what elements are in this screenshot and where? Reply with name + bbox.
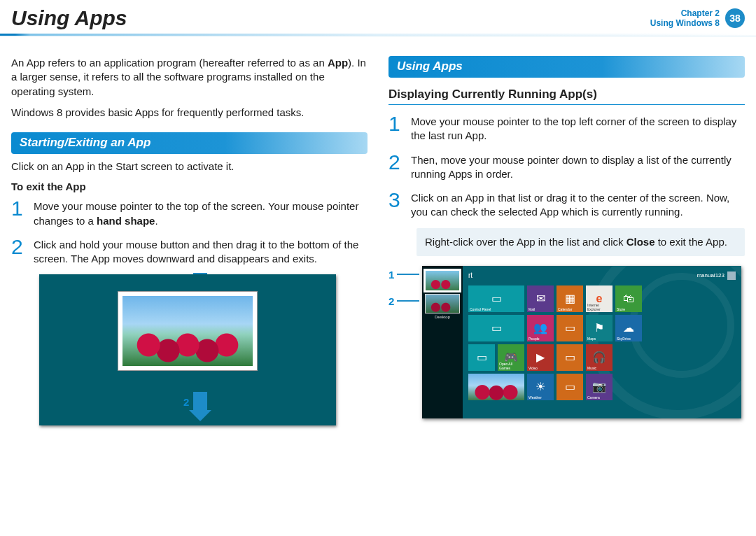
callout-line — [397, 274, 419, 275]
tile-video: ▶Video — [527, 344, 554, 371]
callout-line — [397, 300, 419, 302]
tile-people: 👥People — [527, 315, 554, 341]
section1-paragraph: Click on an App in the Start screen to a… — [11, 160, 368, 174]
page-header: Using Apps Chapter 2 Using Windows 8 38 — [0, 0, 756, 34]
tile: ▭ — [468, 344, 495, 371]
tile-music: 🎧Music — [586, 344, 612, 371]
chapter-info: Chapter 2 Using Windows 8 — [650, 8, 720, 29]
start-label: rt — [468, 271, 472, 279]
tile-photos — [468, 374, 524, 400]
figure1-callout-2: 2 — [183, 392, 207, 411]
step-number: 2 — [11, 237, 27, 267]
figure2-callout-2: 2 — [388, 295, 419, 307]
chapter-label: Chapter 2 — [650, 8, 720, 18]
note-close-app: Right-click over the App in the list and… — [416, 228, 745, 256]
header-meta: Chapter 2 Using Windows 8 38 — [650, 8, 745, 29]
step-text: Move your mouse pointer to the top left … — [411, 113, 745, 143]
page-title: Using Apps — [11, 6, 127, 30]
step-text: Click on an App in that list or drag it … — [411, 190, 745, 220]
step-number: 1 — [11, 198, 27, 228]
start-tiles: ▭Control Panel ✉Mail ▦Calendar eInternet… — [468, 285, 701, 400]
tile: ▭Control Panel — [468, 285, 524, 312]
avatar-icon — [727, 271, 736, 280]
app-thumbnail — [425, 294, 460, 313]
tile-camera: 📷Camera — [586, 374, 612, 400]
figure-start-screen: 1 2 Desktop rt manual123 — [388, 266, 745, 418]
tile-ie: eInternet Explorer — [586, 285, 612, 312]
exit-heading: To exit the App — [11, 181, 368, 192]
tile-calendar: ▦Calendar — [556, 285, 583, 312]
app-thumbnail — [425, 270, 460, 291]
step-text: Move your mouse pointer to the top of th… — [34, 198, 368, 228]
step-number: 3 — [388, 190, 404, 220]
step-text: Then, move your mouse pointer down to di… — [411, 152, 745, 182]
section-label: Using Windows 8 — [650, 18, 720, 28]
tile: ▭ — [556, 315, 583, 341]
right-column: Using Apps Displaying Currently Running … — [388, 56, 745, 425]
arrow-down-icon — [193, 392, 207, 411]
tile: ▭ — [556, 374, 583, 400]
app-switcher-sidebar: Desktop — [422, 266, 463, 418]
figure1-app-window — [118, 291, 258, 371]
thumb-label: Desktop — [425, 315, 460, 319]
step-number: 2 — [388, 152, 404, 182]
step-text: Click and hold your mouse button and the… — [34, 237, 368, 267]
left-step-1: 1 Move your mouse pointer to the top of … — [11, 198, 368, 228]
header-divider — [0, 34, 756, 36]
tile-mail: ✉Mail — [527, 285, 554, 312]
right-step-2: 2 Then, move your mouse pointer down to … — [388, 152, 745, 182]
figure-drag-app: 1 2 — [39, 274, 368, 425]
tile-maps: ⚑Maps — [586, 315, 612, 341]
step-number: 1 — [388, 113, 404, 143]
tile-skydrive: ☁SkyDrive — [615, 315, 642, 341]
tile: ▭ — [468, 315, 524, 341]
section-using-apps: Using Apps — [388, 56, 745, 78]
tile-store: 🛍Store — [615, 285, 642, 312]
page-number-badge: 38 — [725, 8, 745, 28]
left-column: An App refers to an application program … — [11, 56, 368, 425]
tile: ▭ — [556, 344, 583, 371]
tulip-photo — [122, 296, 253, 366]
figure2-screen: Desktop rt manual123 ▭Control Panel ✉Mai… — [422, 266, 741, 418]
section-starting-exiting: Starting/Exiting an App — [11, 132, 368, 154]
right-step-3: 3 Click on an App in that list or drag i… — [388, 190, 745, 220]
user-label: manual123 — [696, 271, 736, 280]
intro-paragraph-2: Windows 8 provides basic Apps for freque… — [11, 106, 368, 120]
left-step-2: 2 Click and hold your mouse button and t… — [11, 237, 368, 267]
page-body: An App refers to an application program … — [0, 43, 756, 425]
intro-paragraph-1: An App refers to an application program … — [11, 56, 368, 99]
tile-weather: ☀Weather — [527, 374, 554, 400]
tile-games: 🎮Open All Games — [498, 344, 524, 371]
figure2-callout-1: 1 — [388, 269, 419, 281]
right-step-1: 1 Move your mouse pointer to the top lef… — [388, 113, 745, 143]
sub-heading-running-apps: Displaying Currently Running App(s) — [388, 87, 745, 105]
